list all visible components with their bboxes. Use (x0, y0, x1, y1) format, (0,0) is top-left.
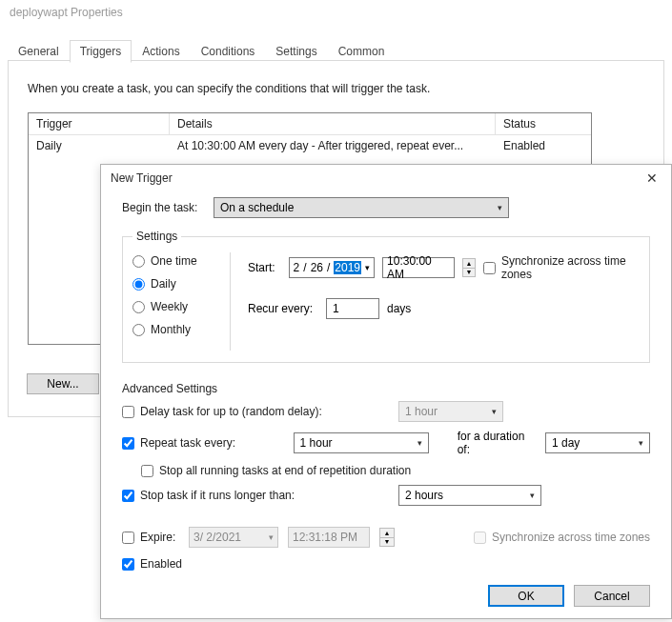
advanced-settings-heading: Advanced Settings (122, 382, 650, 395)
start-time-field[interactable]: 10:30:00 AM (382, 257, 455, 278)
expire-date-picker: 3/ 2/2021 ▾ (189, 527, 278, 548)
expire-date-value: 3/ 2/2021 (193, 531, 241, 544)
expire-time-spinner: ▲▼ (379, 528, 395, 547)
col-status[interactable]: Status (496, 113, 591, 134)
radio-daily-label: Daily (151, 277, 176, 291)
delay-task-checkbox[interactable]: Delay task for up to (random delay): (122, 405, 389, 418)
duration-value: 1 day (552, 436, 580, 450)
cell-trigger: Daily (29, 135, 170, 156)
begin-task-value: On a schedule (220, 201, 294, 214)
spin-up-icon: ▲ (463, 259, 475, 269)
start-date-day: 26 (311, 261, 323, 274)
sync-timezones-expire-label: Synchronize across time zones (492, 531, 650, 544)
start-date-picker[interactable]: 2/26/2019 ▾ (289, 257, 375, 278)
dialog-titlebar: New Trigger ✕ (101, 165, 671, 191)
dialog-title: New Trigger (111, 171, 173, 185)
repeat-every-value: 1 hour (300, 436, 333, 450)
chevron-down-icon: ▾ (639, 438, 643, 448)
repeat-every-combo[interactable]: 1 hour▾ (294, 432, 429, 453)
radio-monthly[interactable]: Monthly (132, 323, 213, 336)
trigger-buttons: New... (27, 373, 99, 394)
settings-legend: Settings (132, 230, 181, 243)
ok-button[interactable]: OK (488, 585, 564, 607)
sync-timezones-label: Synchronize across time zones (501, 254, 636, 281)
chevron-down-icon: ▾ (365, 263, 370, 272)
spin-down-icon: ▼ (463, 269, 475, 277)
table-header: Trigger Details Status (29, 113, 591, 135)
separator (230, 252, 231, 351)
expire-time-field: 12:31:18 PM (288, 527, 370, 548)
intro-text: When you create a task, you can specify … (28, 82, 644, 95)
start-time-value: 10:30:00 AM (387, 254, 450, 281)
chevron-down-icon: ▾ (269, 532, 274, 542)
dialog-button-row: OK Cancel (488, 585, 650, 607)
stop-all-checkbox[interactable]: Stop all running tasks at end of repetit… (141, 464, 411, 477)
spin-down-icon: ▼ (380, 538, 394, 547)
cell-details: At 10:30:00 AM every day - After trigger… (170, 135, 496, 156)
table-row[interactable]: Daily At 10:30:00 AM every day - After t… (29, 135, 591, 156)
settings-group: Settings One time Daily Weekly Monthly S… (122, 230, 650, 363)
delay-task-value: 1 hour (405, 405, 438, 418)
repeat-task-checkbox[interactable]: Repeat task every: (122, 436, 284, 450)
radio-monthly-label: Monthly (151, 323, 191, 336)
stop-if-longer-checkbox[interactable]: Stop task if it runs longer than: (122, 489, 389, 502)
stop-if-longer-value: 2 hours (405, 489, 443, 502)
sync-timezones-checkbox[interactable]: Synchronize across time zones (483, 254, 636, 281)
start-date-month: 2 (294, 261, 300, 274)
stop-all-label: Stop all running tasks at end of repetit… (159, 464, 411, 477)
sync-timezones-expire-checkbox: Synchronize across time zones (474, 531, 650, 544)
expire-time-value: 12:31:18 PM (293, 531, 357, 544)
enabled-label: Enabled (140, 557, 182, 571)
advanced-settings: Delay task for up to (random delay): 1 h… (122, 401, 650, 571)
duration-combo[interactable]: 1 day▾ (545, 432, 650, 453)
radio-daily[interactable]: Daily (132, 277, 213, 291)
col-details[interactable]: Details (170, 113, 496, 134)
recur-every-input[interactable] (326, 298, 379, 319)
repeat-task-label: Repeat task every: (140, 436, 235, 450)
chevron-down-icon: ▾ (417, 438, 422, 448)
radio-one-time-label: One time (151, 254, 197, 268)
delay-task-combo: 1 hour▾ (398, 401, 503, 422)
col-trigger[interactable]: Trigger (29, 113, 170, 134)
new-trigger-button[interactable]: New... (27, 373, 99, 394)
start-date-year: 2019 (334, 261, 361, 274)
schedule-radio-group: One time Daily Weekly Monthly (132, 252, 213, 351)
chevron-down-icon: ▾ (498, 203, 502, 212)
expire-label: Expire: (140, 531, 175, 544)
cancel-button[interactable]: Cancel (574, 585, 650, 607)
start-label: Start: (248, 261, 281, 274)
new-trigger-dialog: New Trigger ✕ Begin the task: On a sched… (100, 164, 672, 619)
cell-status: Enabled (496, 135, 591, 156)
recur-label: Recur every: (248, 302, 318, 315)
radio-one-time[interactable]: One time (132, 254, 213, 268)
chevron-down-icon: ▾ (492, 407, 497, 416)
enabled-checkbox[interactable]: Enabled (122, 557, 182, 571)
tab-triggers[interactable]: Triggers (70, 40, 132, 63)
radio-weekly-label: Weekly (151, 300, 188, 313)
close-icon[interactable]: ✕ (639, 171, 665, 186)
duration-prefix: for a duration of: (458, 430, 536, 456)
begin-task-label: Begin the task: (122, 201, 206, 214)
time-spinner[interactable]: ▲▼ (462, 258, 476, 277)
begin-task-combo[interactable]: On a schedule ▾ (214, 197, 509, 218)
stop-if-longer-combo[interactable]: 2 hours▾ (398, 485, 541, 506)
spin-up-icon: ▲ (380, 529, 394, 538)
expire-checkbox[interactable]: Expire: (122, 531, 179, 544)
chevron-down-icon: ▾ (530, 491, 535, 500)
recur-unit: days (387, 302, 411, 315)
delay-task-label: Delay task for up to (random delay): (140, 405, 322, 418)
radio-weekly[interactable]: Weekly (132, 300, 213, 313)
stop-if-longer-label: Stop task if it runs longer than: (140, 489, 295, 502)
window-title: deploywapt Properties (10, 6, 123, 19)
